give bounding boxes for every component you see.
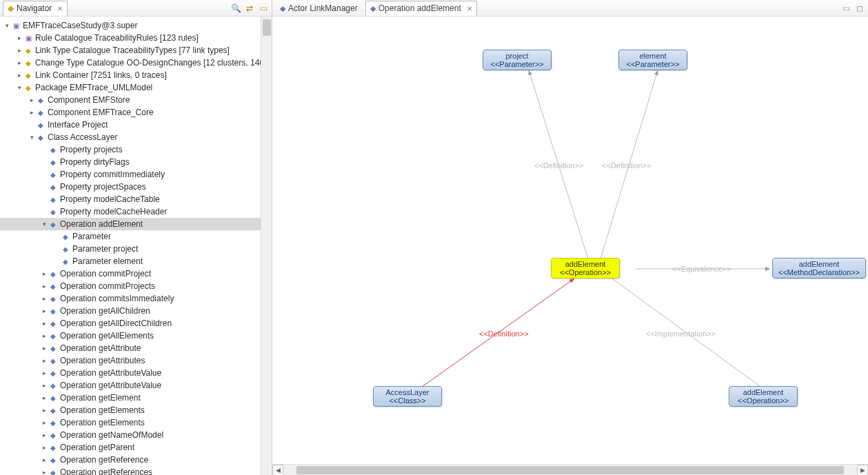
navigator-tree[interactable]: ▾ ▣ EMFTraceCaseStudy@3 super ▸▣Rule Cat… [0,17,272,475]
tree-item[interactable]: ▸◆Property projects [0,143,272,156]
tree-root[interactable]: ▾ ▣ EMFTraceCaseStudy@3 super [0,19,272,32]
minimize-icon[interactable]: ▭ [258,3,269,14]
twisty-icon[interactable]: ▸ [40,332,48,339]
twisty-icon[interactable]: ▸ [40,320,48,327]
node-addelement-methoddeclaration[interactable]: addElement <<MethodDeclaration>> [772,258,866,279]
diagram-canvas[interactable]: project <<Parameter>> element <<Paramete… [272,17,868,464]
tree-item[interactable]: ▸◆Property modelCacheHeader [0,205,272,218]
tree-item[interactable]: ▾◆Class AccessLayer [0,131,272,143]
tree-item[interactable]: ▸◆Operation getAttribute [0,342,272,354]
twisty-icon[interactable]: ▾ [3,22,11,29]
twisty-icon[interactable]: ▸ [40,407,48,414]
twisty-icon[interactable]: ▸ [40,270,48,277]
tree-item[interactable]: ▸◆Component EMFTrace_Core [0,106,272,119]
twisty-icon[interactable]: ▸ [15,59,23,66]
twisty-icon[interactable]: ▸ [40,283,48,290]
tree-item[interactable]: ▸◆Link Container [7251 links, 0 traces] [0,69,272,81]
navigator-title: Navigator [17,3,52,13]
twisty-icon[interactable]: ▸ [40,357,48,364]
tree-item[interactable]: ▸◆Operation getReference [0,454,272,466]
edge-label-implementation: <<Implementation>> [646,330,716,338]
tree-item-label: Property dirtyFlags [60,157,130,167]
tree-item-label: Operation commitProject [60,269,151,279]
node-project-parameter[interactable]: project <<Parameter>> [483,50,552,70]
tree-item-label: Property projectSpaces [60,182,146,192]
tree-item[interactable]: ▸◆Parameter project [0,243,272,255]
twisty-icon[interactable]: ▾ [15,84,23,91]
tree-item-label: Class AccessLayer [48,132,117,142]
tree-item[interactable]: ▸▣Rule Catalogue TraceabilityRules [123 … [0,32,272,44]
tree-item[interactable]: ▸◆Property commitImmediately [0,168,272,181]
scrollbar-thumb[interactable] [263,19,271,36]
diamond-icon: ◆ [48,307,58,315]
scroll-right-button[interactable]: ▶ [857,465,868,476]
twisty-icon[interactable]: ▾ [40,221,48,228]
twisty-icon[interactable]: ▸ [40,307,48,314]
twisty-icon[interactable]: ▸ [40,370,48,376]
twisty-icon[interactable]: ▾ [28,134,36,141]
scroll-left-button[interactable]: ◀ [272,465,283,476]
node-addelement-operation-center[interactable]: addElement <<Operation>> [551,258,620,279]
tree-item-label: Parameter element [72,256,143,266]
navigator-tab[interactable]: ◆ Navigator ✕ [3,1,68,16]
tree-item[interactable]: ▸◆Property modelCacheTable [0,193,272,205]
tree-item[interactable]: ▸◆Property dirtyFlags [0,156,272,168]
twisty-icon[interactable]: ▸ [15,34,23,41]
tree-item[interactable]: ▸◆Property projectSpaces [0,181,272,193]
close-icon[interactable]: ✕ [467,5,472,12]
tree-item[interactable]: ▾◆Operation addElement [0,218,272,230]
tree-item[interactable]: ▸◆Operation getElements [0,404,272,416]
tree-item[interactable]: ▸◆Operation getAllElements [0,330,272,342]
navigator-header: ◆ Navigator ✕ 🔍 ⇄ ▭ [0,0,272,17]
tree-item[interactable]: ▸◆Operation getAllDirectChildren [0,317,272,330]
tree-item[interactable]: ▸◆Link Type Catalogue TraceabilityTypes … [0,44,272,57]
node-addelement-operation-bottom[interactable]: addElement <<Operation>> [729,386,798,407]
tree-item[interactable]: ▸◆Operation getParent [0,441,272,454]
scroll-track[interactable] [285,465,856,475]
twisty-icon[interactable]: ▸ [15,47,23,54]
tree-item[interactable]: ▸◆Operation getAttributeValue [0,367,272,379]
tree-item[interactable]: ▸◆Change Type Catalogue OO-DesignChanges… [0,57,272,69]
twisty-icon[interactable]: ▸ [28,97,36,103]
twisty-icon[interactable]: ▸ [40,345,48,352]
tree-item[interactable]: ▾◆Package EMFTrace_UMLModel [0,81,272,94]
twisty-icon[interactable]: ▸ [40,444,48,451]
twisty-icon[interactable]: ▸ [28,109,36,116]
twisty-icon[interactable]: ▸ [40,456,48,463]
horizontal-scrollbar[interactable]: ◀ ▶ [272,464,868,475]
tree-item[interactable]: ▸◆Operation getReferences [0,466,272,475]
twisty-icon[interactable]: ▸ [40,432,48,438]
twisty-icon[interactable]: ▸ [40,469,48,475]
tree-item[interactable]: ▸◆Operation getAllChildren [0,305,272,317]
tree-item-label: Operation getElement [60,393,141,403]
scrollbar-thumb[interactable] [296,466,845,474]
tree-item[interactable]: ▸◆Operation getAttributeValue [0,379,272,392]
tree-item[interactable]: ▸◆Component EMFStore [0,94,272,106]
tree-item[interactable]: ▸◆Interface Project [0,119,272,131]
node-element-parameter[interactable]: element <<Parameter>> [618,50,687,70]
maximize-icon[interactable]: ◻ [854,3,865,14]
tree-item[interactable]: ▸◆Parameter element [0,255,272,267]
tree-item[interactable]: ▸◆Operation commitProjects [0,280,272,292]
twisty-icon[interactable]: ▸ [15,72,23,79]
tree-item[interactable]: ▸◆Parameter [0,230,272,243]
tree-item[interactable]: ▸◆Operation getAttributes [0,354,272,367]
tree-scrollbar[interactable] [261,17,272,475]
tree-item[interactable]: ▸◆Operation getElements [0,416,272,429]
close-icon[interactable]: ✕ [57,5,63,12]
tree-item[interactable]: ▸◆Operation getNameOfModel [0,429,272,441]
tree-item[interactable]: ▸◆Operation commitProject [0,267,272,280]
diamond-icon: ◆ [23,84,33,92]
node-accesslayer-class[interactable]: AccessLayer <<Class>> [373,386,442,407]
search-icon[interactable]: 🔍 [230,3,241,14]
twisty-icon[interactable]: ▸ [40,382,48,389]
link-editor-icon[interactable]: ⇄ [244,3,255,14]
minimize-icon[interactable]: ▭ [840,3,851,14]
twisty-icon[interactable]: ▸ [40,419,48,426]
tab-operation-addelement[interactable]: ◆ Operation addElement ✕ [365,1,477,16]
twisty-icon[interactable]: ▸ [40,295,48,302]
twisty-icon[interactable]: ▸ [40,394,48,401]
tree-item[interactable]: ▸◆Operation getElement [0,392,272,404]
tree-item[interactable]: ▸◆Operation commitsImmediately [0,292,272,305]
tab-actor-linkmanager[interactable]: ◆ Actor LinkManager [275,1,363,16]
